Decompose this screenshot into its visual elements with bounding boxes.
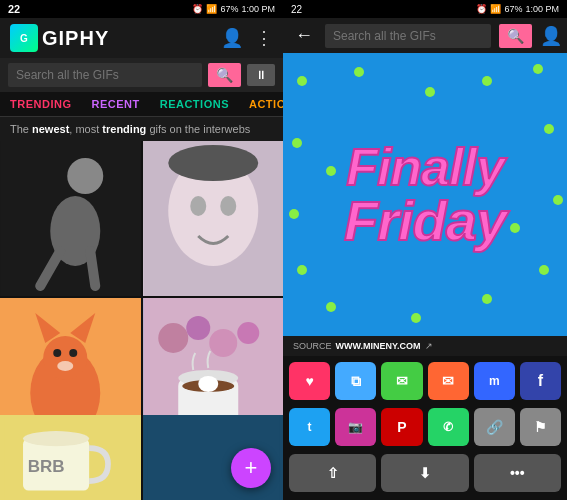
gif-item-person[interactable]: [0, 141, 141, 296]
share-pinterest-button[interactable]: P: [381, 408, 422, 446]
svg-point-8: [220, 196, 236, 216]
source-bar: SOURCE WWW.MINENY.COM ↗: [283, 336, 567, 356]
battery-right: 67%: [504, 4, 522, 14]
status-bar-right: 22 ⏰ 📶 67% 1:00 PM: [283, 0, 567, 18]
search-button-left[interactable]: 🔍: [208, 63, 241, 87]
logo-text: GIPHY: [42, 27, 109, 50]
share-twitter-button[interactable]: t: [289, 408, 330, 446]
time-left: 1:00 PM: [241, 4, 275, 14]
dot-10: [411, 313, 421, 323]
more-vert-icon[interactable]: ⋮: [255, 27, 273, 49]
signal-icon-right: 📶: [490, 4, 501, 14]
tab-reactions[interactable]: REACTIONS: [150, 92, 239, 116]
share-link-button[interactable]: 🔗: [474, 408, 515, 446]
svg-point-12: [43, 336, 87, 380]
pause-button[interactable]: ⏸: [247, 64, 275, 86]
source-label: SOURCE: [293, 341, 332, 351]
download-button[interactable]: ⬇: [381, 454, 468, 492]
dot-11: [482, 294, 492, 304]
svg-point-9: [168, 145, 258, 181]
dot-1: [297, 76, 307, 86]
share-sms-button[interactable]: ✉: [381, 362, 422, 400]
gif-item-face[interactable]: [143, 141, 284, 296]
logo-icon: G: [10, 24, 38, 52]
svg-point-15: [53, 349, 61, 357]
status-bar-left: 22 ⏰ 📶 67% 1:00 PM: [0, 0, 283, 18]
svg-point-16: [69, 349, 77, 357]
dot-3: [425, 87, 435, 97]
friday-finally-text: Finally: [344, 141, 506, 193]
banner-text: The newest, most trending gifs on the in…: [10, 123, 250, 135]
fab-button[interactable]: +: [231, 448, 271, 488]
friday-friday-text: Friday: [344, 193, 506, 249]
dot-6: [292, 138, 302, 148]
dot-13: [553, 195, 563, 205]
detail-header: ← 🔍 👤: [283, 18, 567, 53]
svg-text:BRB: BRB: [28, 457, 65, 476]
share-whatsapp-button[interactable]: ✆: [428, 408, 469, 446]
dot-5: [533, 64, 543, 74]
dot-15: [326, 166, 336, 176]
bottom-share-row: ⇧ ⬇ •••: [283, 452, 567, 500]
gif-item-fox[interactable]: MINENY.COM: [0, 298, 141, 415]
battery-text: 67%: [220, 4, 238, 14]
tab-trending[interactable]: TRENDING: [0, 92, 81, 116]
more-button[interactable]: •••: [474, 454, 561, 492]
status-number-right: 22: [291, 4, 302, 15]
svg-point-23: [237, 322, 259, 344]
user-icon[interactable]: 👤: [221, 27, 243, 49]
status-icons-right: ⏰ 📶 67% 1:00 PM: [476, 4, 559, 14]
share-heart-button[interactable]: ♥: [289, 362, 330, 400]
search-input-left[interactable]: [8, 63, 202, 87]
signal-icon: 📶: [206, 4, 217, 14]
dot-12: [539, 265, 549, 275]
friday-gif: Finally Friday: [283, 53, 567, 336]
dot-8: [297, 265, 307, 275]
svg-point-30: [23, 431, 89, 446]
gif-item-mug[interactable]: BRB: [0, 415, 141, 500]
back-button[interactable]: ←: [291, 23, 317, 48]
dot-16: [510, 223, 520, 233]
svg-point-27: [198, 376, 218, 392]
search-input-right[interactable]: [325, 24, 491, 48]
svg-point-7: [190, 196, 206, 216]
alarm-icon-right: ⏰: [476, 4, 487, 14]
friday-text-block: Finally Friday: [344, 141, 506, 249]
status-icons-left: ⏰ 📶 67% 1:00 PM: [192, 4, 275, 14]
app-header: G GIPHY 👤 ⋮: [0, 18, 283, 58]
gif-item-drink[interactable]: [143, 298, 284, 415]
share-instagram-button[interactable]: 📷: [335, 408, 376, 446]
left-panel: 22 ⏰ 📶 67% 1:00 PM G GIPHY 👤 ⋮ 🔍 ⏸ TREND…: [0, 0, 283, 500]
status-number-left: 22: [8, 3, 20, 15]
share-messenger-button[interactable]: m: [474, 362, 515, 400]
dot-14: [544, 124, 554, 134]
share-general-button[interactable]: ⇧: [289, 454, 376, 492]
search-button-right[interactable]: 🔍: [499, 24, 532, 48]
dot-4: [482, 76, 492, 86]
search-bar-left: 🔍 ⏸: [0, 58, 283, 92]
tab-actions[interactable]: ACTIO…: [239, 92, 283, 116]
share-grid-row1: ♥ ⧉ ✉ ✉ m f: [283, 356, 567, 406]
right-panel: 22 ⏰ 📶 67% 1:00 PM ← 🔍 👤: [283, 0, 567, 500]
gif-detail-view: Finally Friday: [283, 53, 567, 336]
svg-point-17: [57, 361, 73, 371]
dot-7: [289, 209, 299, 219]
alarm-icon: ⏰: [192, 4, 203, 14]
svg-point-22: [209, 329, 237, 357]
giphy-logo: G GIPHY: [10, 24, 109, 52]
tabs-bar: TRENDING RECENT REACTIONS ACTIO…: [0, 92, 283, 117]
share-copy-button[interactable]: ⧉: [335, 362, 376, 400]
share-grid-row2: t 📷 P ✆ 🔗 ⚑: [283, 406, 567, 452]
svg-point-21: [186, 316, 210, 340]
external-link-icon: ↗: [425, 341, 433, 351]
share-flag-button[interactable]: ⚑: [520, 408, 561, 446]
avatar-icon[interactable]: 👤: [540, 25, 562, 47]
share-email-button[interactable]: ✉: [428, 362, 469, 400]
dot-2: [354, 67, 364, 77]
header-icons: 👤 ⋮: [221, 27, 273, 49]
share-facebook-button[interactable]: f: [520, 362, 561, 400]
tab-recent[interactable]: RECENT: [81, 92, 149, 116]
svg-point-1: [67, 158, 103, 194]
source-url[interactable]: WWW.MINENY.COM: [336, 341, 421, 351]
trending-banner: The newest, most trending gifs on the in…: [0, 117, 283, 141]
